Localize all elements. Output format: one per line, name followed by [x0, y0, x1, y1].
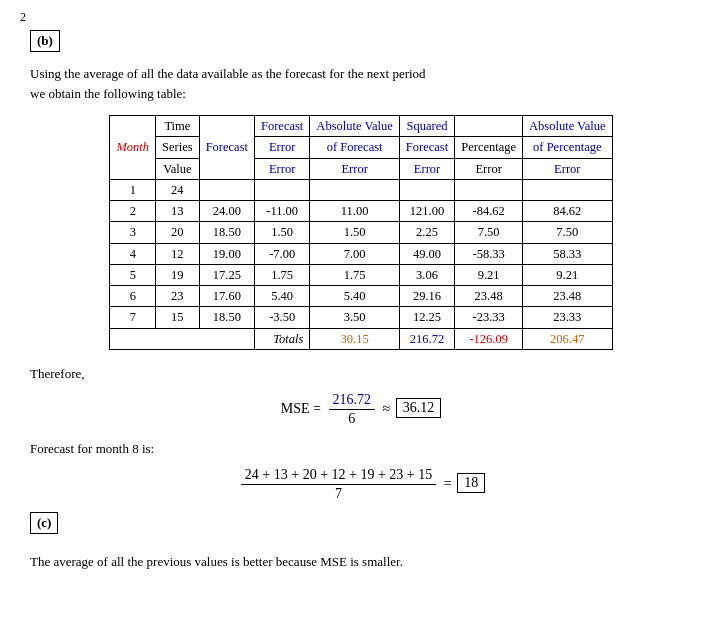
table-cell: 49.00 [399, 243, 454, 264]
table-cell: 17.25 [199, 264, 254, 285]
table-cell: 5 [110, 264, 156, 285]
header-sq-error-1: Squared [399, 116, 454, 137]
table-cell: 58.33 [523, 243, 613, 264]
table-cell [399, 179, 454, 200]
forecast-for-text: Forecast for month 8 is: [30, 441, 692, 457]
header-abs-error-2: of Forecast [310, 137, 400, 158]
header-abs-error-3: Error [310, 158, 400, 179]
table-row: 41219.00-7.007.0049.00-58.3358.33 [110, 243, 612, 264]
table-cell: 24 [156, 179, 200, 200]
table-cell: 3.50 [310, 307, 400, 328]
mse-fraction: 216.72 6 [329, 392, 376, 427]
header-time-series-2: Series [156, 137, 200, 158]
header-forecast-error-1: Forecast [255, 116, 310, 137]
table-cell: 19.00 [199, 243, 254, 264]
forecast-formula-line: 24 + 13 + 20 + 12 + 19 + 23 + 15 7 = 18 [30, 467, 692, 502]
table-cell: 7.00 [310, 243, 400, 264]
table-row: 51917.251.751.753.069.219.21 [110, 264, 612, 285]
table-cell [199, 179, 254, 200]
table-cell: -58.33 [455, 243, 523, 264]
table-cell: 17.60 [199, 286, 254, 307]
header-forecast: Forecast [199, 116, 254, 180]
table-cell: 13 [156, 201, 200, 222]
table-cell: 5.40 [310, 286, 400, 307]
header-forecast-error-3: Error [255, 158, 310, 179]
section-b: (b) Using the average of all the data av… [20, 30, 692, 502]
table-cell: 23.48 [523, 286, 613, 307]
header-abs-pct-1: Absolute Value [523, 116, 613, 137]
table-cell: 18.50 [199, 307, 254, 328]
table-cell: 11.00 [310, 201, 400, 222]
mse-numerator: 216.72 [329, 392, 376, 410]
table-cell: 12 [156, 243, 200, 264]
intro-line-2: we obtain the following table: [30, 84, 692, 104]
table-cell: -23.33 [455, 307, 523, 328]
section-c: (c) The average of all the previous valu… [20, 512, 692, 570]
table-cell: 1.50 [255, 222, 310, 243]
table-cell: 1 [110, 179, 156, 200]
header-pct-error-1 [455, 116, 523, 137]
conclusion-text: The average of all the previous values i… [30, 554, 692, 570]
totals-abs-error: 30.15 [310, 328, 400, 349]
table-cell: 12.25 [399, 307, 454, 328]
table-cell: -84.62 [455, 201, 523, 222]
table-row: 32018.501.501.502.257.507.50 [110, 222, 612, 243]
table-cell [455, 179, 523, 200]
section-b-label: (b) [30, 30, 60, 52]
table-cell: 4 [110, 243, 156, 264]
table-cell [523, 179, 613, 200]
section-c-label: (c) [30, 512, 58, 534]
table-cell: 1.75 [310, 264, 400, 285]
table-cell: 7.50 [523, 222, 613, 243]
table-row: 71518.50-3.503.5012.25-23.3323.33 [110, 307, 612, 328]
header-sq-error-3: Error [399, 158, 454, 179]
header-sq-error-2: Forecast [399, 137, 454, 158]
intro-line-1: Using the average of all the data availa… [30, 64, 692, 84]
totals-row: Totals 30.15 216.72 -126.09 206.47 [110, 328, 612, 349]
table-cell: 15 [156, 307, 200, 328]
forecast-result: 18 [457, 473, 485, 493]
mse-label: MSE = [281, 400, 321, 415]
mse-approx: ≈ [383, 400, 391, 415]
header-time-series-1: Time [156, 116, 200, 137]
table-cell: 7 [110, 307, 156, 328]
table-row: 21324.00-11.0011.00121.00-84.6284.62 [110, 201, 612, 222]
table-cell: 23.48 [455, 286, 523, 307]
table-cell: 9.21 [455, 264, 523, 285]
table-cell: 9.21 [523, 264, 613, 285]
header-forecast-error-2: Error [255, 137, 310, 158]
forecast-table: Month Time Forecast Forecast Absolute Va… [109, 115, 612, 350]
table-cell: 121.00 [399, 201, 454, 222]
table-cell: 2.25 [399, 222, 454, 243]
forecast-denominator: 7 [241, 485, 436, 502]
table-cell: -3.50 [255, 307, 310, 328]
page-number: 2 [20, 10, 692, 25]
table-row: 62317.605.405.4029.1623.4823.48 [110, 286, 612, 307]
table-cell: 3 [110, 222, 156, 243]
header-time-series-3: Value [156, 158, 200, 179]
intro-text: Using the average of all the data availa… [30, 64, 692, 103]
table-cell: 6 [110, 286, 156, 307]
forecast-fraction: 24 + 13 + 20 + 12 + 19 + 23 + 15 7 [241, 467, 436, 502]
mse-result: 36.12 [396, 398, 442, 418]
table-cell: 19 [156, 264, 200, 285]
mse-denominator: 6 [329, 410, 376, 427]
table-cell: 3.06 [399, 264, 454, 285]
therefore-text: Therefore, [30, 366, 692, 382]
table-row: 124 [110, 179, 612, 200]
table-cell: 23 [156, 286, 200, 307]
mse-formula-line: MSE = 216.72 6 ≈ 36.12 [30, 392, 692, 427]
header-abs-error-1: Absolute Value [310, 116, 400, 137]
table-cell [310, 179, 400, 200]
header-month: Month [110, 116, 156, 180]
table-cell: 2 [110, 201, 156, 222]
table-cell: 23.33 [523, 307, 613, 328]
table-cell: 5.40 [255, 286, 310, 307]
table-cell: -11.00 [255, 201, 310, 222]
totals-sq-error: 216.72 [399, 328, 454, 349]
totals-abs-pct: 206.47 [523, 328, 613, 349]
table-cell: 1.50 [310, 222, 400, 243]
table-cell: 18.50 [199, 222, 254, 243]
table-cell: -7.00 [255, 243, 310, 264]
forecast-numerator: 24 + 13 + 20 + 12 + 19 + 23 + 15 [241, 467, 436, 485]
